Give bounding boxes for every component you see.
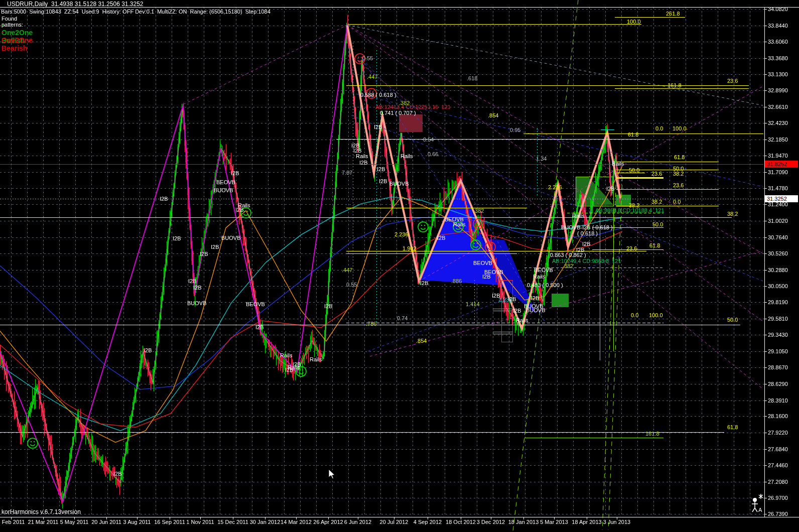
indicator-info-line: Bars:5000 Swing:10843 ZZ:54 Used:9 Histo… [1, 9, 271, 15]
indicator-version-label: korHarmonics v.6.7.13version [2, 508, 81, 515]
pattern-bearish-label: -One2One Bearish [2, 28, 33, 52]
chart-title: USDRUR,Daily 31.4938 31.5128 31.2506 31.… [7, 1, 144, 8]
chart-canvas[interactable] [0, 0, 799, 532]
mt4-chart-window: 261.8100.023.6161.80.55.4470.588 ( 0.618… [0, 0, 799, 532]
alert-price-tag: 31.8252 [765, 161, 798, 168]
current-price-tag: 31.3252 [765, 195, 798, 202]
